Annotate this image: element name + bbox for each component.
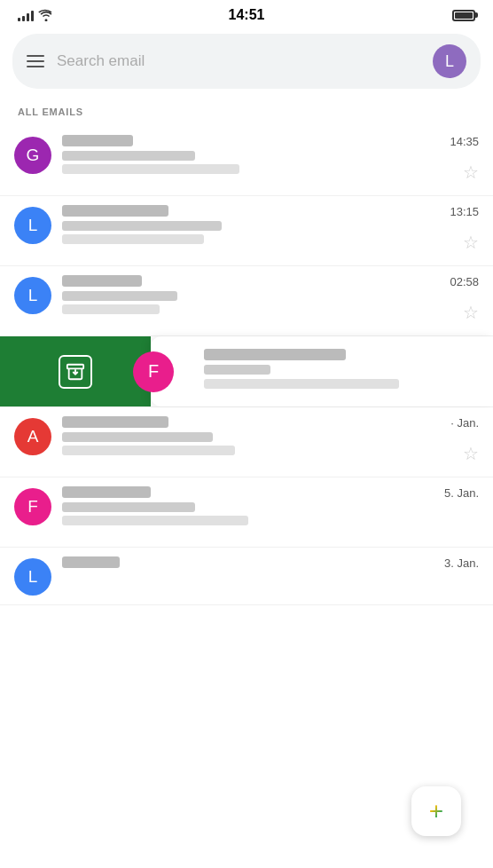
battery-icon [452,10,475,21]
email-content: 5. Jan. [62,486,479,525]
email-sender [204,349,346,360]
email-sender [62,486,151,498]
battery-group [452,10,475,21]
email-sender [62,275,142,287]
swiped-email-content: F [151,336,493,406]
email-content: · Jan. [62,416,479,455]
email-preview [62,164,239,174]
email-sender [62,135,133,146]
wifi-icon [38,9,54,21]
email-top: 5. Jan. [62,486,479,500]
email-content: 3. Jan. [62,556,479,572]
email-list: G 14:35 ☆ L 13:15 ☆ [0,126,493,605]
avatar: G [14,137,51,174]
email-sender [62,416,168,428]
avatar: F [14,488,51,525]
hamburger-line1 [27,55,44,57]
email-item-swiped[interactable]: F [0,336,493,407]
email-body [62,151,479,174]
email-item[interactable]: A · Jan. ☆ [0,407,493,477]
star-button[interactable]: ☆ [463,443,479,464]
email-preview [62,304,160,314]
archive-icon [59,355,92,389]
signal-strength [18,9,34,21]
email-content: 13:15 [62,205,479,244]
hamburger-line3 [27,66,44,67]
email-item[interactable]: L 3. Jan. [0,548,493,605]
compose-icon: + [429,799,443,824]
section-header: ALL EMAILS [0,101,493,126]
email-sender [62,205,168,217]
user-avatar[interactable]: L [433,44,466,78]
avatar: L [14,277,51,314]
email-preview [62,234,204,244]
email-preview [62,446,235,455]
email-top: 13:15 [62,205,479,218]
battery-fill [455,12,473,19]
avatar: A [14,418,51,455]
email-sender [62,556,120,568]
email-preview [62,516,248,525]
email-item[interactable]: F 5. Jan. [0,477,493,548]
email-subject [62,291,177,301]
email-top: · Jan. [62,416,479,430]
star-button[interactable]: ☆ [463,232,479,253]
email-item[interactable]: G 14:35 ☆ [0,126,493,196]
email-time: · Jan. [450,416,479,430]
email-body [62,502,479,525]
email-body [62,221,479,244]
status-bar: 14:51 [0,0,493,27]
email-content: 14:35 [62,135,479,174]
email-top: 14:35 [62,135,479,148]
email-item[interactable]: L 02:58 ☆ [0,266,493,336]
email-time: 5. Jan. [444,486,479,500]
svg-rect-0 [67,364,83,368]
avatar-f: F [133,351,174,392]
email-body [62,291,479,314]
email-time: 3. Jan. [444,556,479,570]
search-placeholder[interactable]: Search email [57,52,420,70]
email-time: 13:15 [450,205,479,218]
bar2 [22,16,25,21]
avatar: L [14,558,51,596]
email-time: 14:35 [450,135,479,148]
star-button[interactable]: ☆ [463,302,479,323]
email-item[interactable]: L 13:15 ☆ [0,196,493,266]
email-time: 02:58 [450,275,479,288]
email-subject [62,151,195,161]
hamburger-line2 [27,60,44,62]
email-subject [62,221,222,231]
email-subject [62,502,195,512]
swipe-archive-action[interactable] [0,336,151,406]
time-display: 14:51 [229,7,265,23]
search-bar[interactable]: Search email L [12,34,481,89]
menu-button[interactable] [27,55,44,67]
star-button[interactable]: ☆ [463,162,479,183]
email-preview [204,379,399,389]
avatar: L [14,207,51,244]
email-top: 02:58 [62,275,479,288]
email-subject [204,365,270,375]
swiped-email-body [204,349,479,389]
bar1 [18,18,20,21]
email-body [62,432,479,455]
bar3 [27,13,29,21]
compose-fab[interactable]: + [411,786,461,836]
email-subject [62,432,213,442]
email-content: 02:58 [62,275,479,314]
bar4 [31,11,34,21]
email-top: 3. Jan. [62,556,479,570]
signal-group [18,9,54,21]
